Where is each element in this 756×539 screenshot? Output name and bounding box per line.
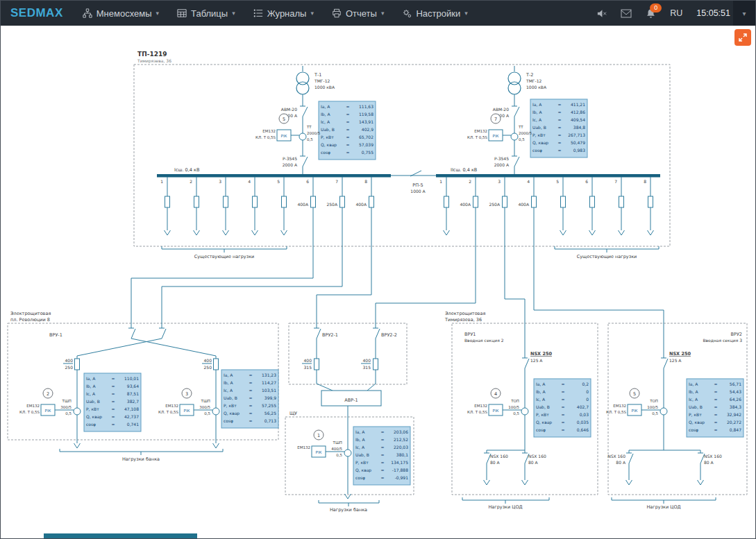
measurement-value: 212,52 (394, 437, 408, 442)
fuse-rating: 400А (355, 202, 367, 207)
meter-device-label: РІК (493, 409, 499, 413)
chevron-down-icon: ▾ (464, 10, 468, 17)
current-transformer-icon (212, 408, 219, 415)
fuse-symbol (214, 359, 219, 370)
measurement-value: 119,58 (359, 112, 373, 117)
nav-menu-reports[interactable]: Отчеты ▾ (332, 8, 384, 19)
nav-menu-mnemoschemes[interactable]: Мнемосхемы ▾ (83, 8, 159, 19)
load-arrow-icon (648, 230, 654, 235)
tsod-b-load-label: Нагрузки ЦОД (646, 504, 680, 510)
nav-menu-label: Мнемосхемы (96, 8, 152, 19)
chevron-down-icon: ▾ (310, 10, 314, 17)
measurement-label: Ic, A (321, 119, 330, 124)
meter-device-label: РІК (493, 134, 499, 138)
measurement-label: Ib, A (532, 110, 542, 114)
out-breaker-rating: 80 А (616, 460, 626, 465)
sitemap-icon (83, 8, 92, 18)
nav-menu-label: Настройки (416, 8, 460, 19)
fullscreen-button[interactable] (734, 29, 751, 46)
measurement-value: 409,54 (571, 117, 585, 122)
measurement-label: Uab, B (321, 127, 335, 132)
bank-load-label: Нагрузки банка (122, 456, 160, 462)
app-logo[interactable]: SEDMAX (10, 6, 63, 20)
equals-sign: = (346, 104, 349, 109)
meter-name: ЕМ132 (165, 404, 178, 408)
nav-menu-settings[interactable]: Настройки ▾ (402, 8, 467, 19)
measurement-value: 93,64 (127, 384, 139, 388)
fuse-symbol (165, 196, 170, 207)
meter-class: КЛ. Т 0,5S (158, 410, 178, 414)
equals-sign: = (714, 404, 717, 409)
feeder-number: 4 (527, 179, 530, 184)
measurement-value: 0 (586, 397, 589, 402)
equals-sign: = (346, 135, 349, 139)
messages-button[interactable] (621, 9, 632, 18)
measurement-label: Uab, B (689, 404, 703, 409)
feeder-number: 3 (219, 179, 221, 184)
fuse-symbol (369, 196, 374, 207)
user-menu-toggle[interactable]: ▾ (733, 1, 755, 26)
ct-ratio: 2000/5 (307, 131, 321, 135)
fuse-symbol (314, 359, 319, 370)
rating-bottom: 250 (65, 365, 74, 370)
ct-name: ТШП (201, 399, 210, 403)
notifications-button[interactable]: 0 (646, 8, 656, 19)
tp-boundary (134, 65, 670, 246)
fuse-symbol (590, 196, 595, 207)
equals-sign: = (714, 427, 717, 432)
ct-ratio: 400/5 (331, 447, 342, 451)
main-breaker-label: NSX 250 (669, 351, 691, 357)
meter-device-label: РІК (281, 134, 287, 138)
measurement-value: 0 (586, 389, 589, 394)
equals-sign: = (380, 475, 384, 480)
mute-button[interactable] (596, 8, 607, 19)
equals-sign: = (561, 397, 564, 402)
nav-menu-tables[interactable]: Таблицы ▾ (177, 8, 235, 19)
ct-ratio: 100/5 (508, 405, 519, 409)
load-arrow-icon (619, 230, 625, 235)
t2-branch (508, 66, 521, 174)
meter-class: КЛ. Т 0,5S (606, 410, 626, 414)
load-bracket (612, 497, 716, 504)
measurement-label: Ia, A (532, 102, 542, 107)
fuse-rating: 400А (297, 202, 308, 207)
bank-section-title: Электрощитовая (10, 311, 51, 316)
ct-ratio: 2000/5 (519, 131, 532, 135)
measurement-label: Ia, A (355, 429, 365, 434)
measurement-value: 267,713 (568, 132, 585, 137)
equals-sign: = (346, 150, 349, 155)
sedmax-window: { "navbar": { "logo": "SEDMAX", "menus":… (0, 0, 756, 539)
load-bracket (319, 500, 379, 506)
meter-name: ЕМ132 (297, 445, 310, 450)
bank-section-subtitle: пл. Революции 8 (10, 317, 50, 323)
fuse-rating: 400А (460, 202, 471, 207)
speaker-muted-icon (596, 8, 607, 19)
nav-menu-journals[interactable]: Журналы ▾ (253, 8, 314, 19)
measurement-label: Ia, A (224, 373, 233, 377)
top-brackets (162, 246, 659, 253)
nav-menu-label: Отчеты (346, 8, 377, 19)
existing-loads-bracket (555, 246, 659, 253)
fuse-rating: 250А (326, 202, 337, 207)
measurement-value: 110,01 (124, 376, 139, 381)
equals-sign: = (561, 427, 564, 432)
current-transformer-icon (521, 408, 528, 415)
printer-icon (332, 8, 342, 18)
out-breaker-rating: 80 А (704, 460, 714, 465)
equals-sign: = (714, 389, 717, 394)
ct-ratio: 100/5 (647, 405, 658, 409)
measurement-value: 399,9 (264, 395, 276, 400)
measurement-value: 384,8 (573, 125, 585, 130)
measurement-label: P, кВт (355, 460, 369, 465)
equals-sign: = (714, 397, 717, 402)
measurement-label: Uab, B (532, 125, 546, 130)
tsod-section-title: Электрощитовая (445, 311, 485, 316)
language-selector[interactable]: RU (670, 8, 682, 18)
fuse-symbol (224, 196, 228, 207)
meter-number: 5 (283, 117, 285, 122)
fuse-symbol (561, 196, 566, 207)
fuse-symbol (373, 359, 378, 370)
load-arrow-icon (589, 230, 596, 235)
equals-sign: = (111, 407, 115, 411)
measurement-label: Q, квар (224, 411, 240, 416)
